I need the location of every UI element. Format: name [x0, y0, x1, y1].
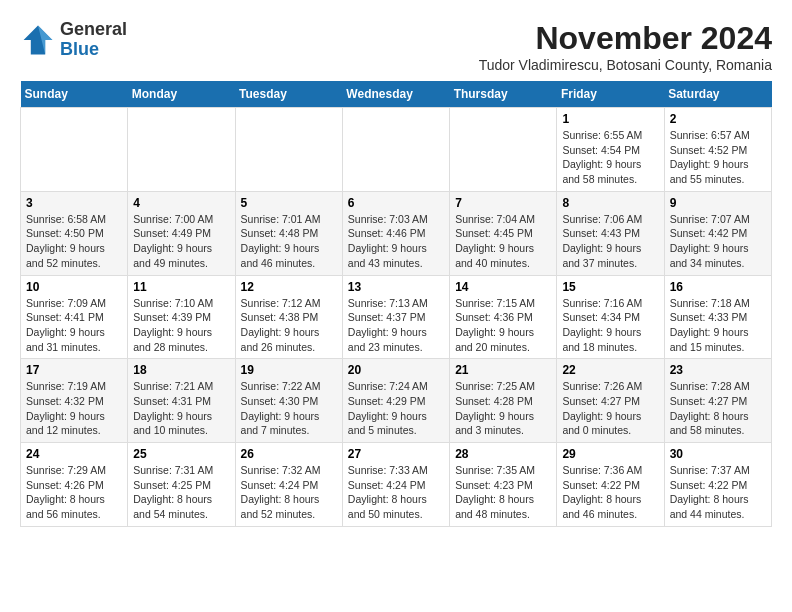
day-number: 1 — [562, 112, 658, 126]
day-number: 25 — [133, 447, 229, 461]
day-number: 30 — [670, 447, 766, 461]
calendar-day-cell: 24Sunrise: 7:29 AM Sunset: 4:26 PM Dayli… — [21, 443, 128, 527]
calendar-day-cell: 23Sunrise: 7:28 AM Sunset: 4:27 PM Dayli… — [664, 359, 771, 443]
calendar-day-cell: 25Sunrise: 7:31 AM Sunset: 4:25 PM Dayli… — [128, 443, 235, 527]
calendar-day-cell: 29Sunrise: 7:36 AM Sunset: 4:22 PM Dayli… — [557, 443, 664, 527]
day-number: 11 — [133, 280, 229, 294]
day-number: 5 — [241, 196, 337, 210]
day-info: Sunrise: 7:32 AM Sunset: 4:24 PM Dayligh… — [241, 463, 337, 522]
month-year-title: November 2024 — [479, 20, 772, 57]
calendar-day-cell: 17Sunrise: 7:19 AM Sunset: 4:32 PM Dayli… — [21, 359, 128, 443]
day-info: Sunrise: 7:01 AM Sunset: 4:48 PM Dayligh… — [241, 212, 337, 271]
day-info: Sunrise: 7:09 AM Sunset: 4:41 PM Dayligh… — [26, 296, 122, 355]
calendar-day-cell: 2Sunrise: 6:57 AM Sunset: 4:52 PM Daylig… — [664, 108, 771, 192]
day-number: 14 — [455, 280, 551, 294]
empty-cell — [450, 108, 557, 192]
calendar-day-cell: 27Sunrise: 7:33 AM Sunset: 4:24 PM Dayli… — [342, 443, 449, 527]
calendar-day-cell: 15Sunrise: 7:16 AM Sunset: 4:34 PM Dayli… — [557, 275, 664, 359]
day-number: 3 — [26, 196, 122, 210]
calendar-day-cell: 28Sunrise: 7:35 AM Sunset: 4:23 PM Dayli… — [450, 443, 557, 527]
calendar-day-cell: 5Sunrise: 7:01 AM Sunset: 4:48 PM Daylig… — [235, 191, 342, 275]
day-info: Sunrise: 7:29 AM Sunset: 4:26 PM Dayligh… — [26, 463, 122, 522]
title-block: November 2024 Tudor Vladimirescu, Botosa… — [479, 20, 772, 73]
logo: General Blue — [20, 20, 127, 60]
calendar-day-cell: 6Sunrise: 7:03 AM Sunset: 4:46 PM Daylig… — [342, 191, 449, 275]
day-info: Sunrise: 7:00 AM Sunset: 4:49 PM Dayligh… — [133, 212, 229, 271]
day-number: 18 — [133, 363, 229, 377]
calendar-day-cell: 9Sunrise: 7:07 AM Sunset: 4:42 PM Daylig… — [664, 191, 771, 275]
empty-cell — [21, 108, 128, 192]
day-info: Sunrise: 6:55 AM Sunset: 4:54 PM Dayligh… — [562, 128, 658, 187]
weekday-header-sunday: Sunday — [21, 81, 128, 108]
calendar-day-cell: 14Sunrise: 7:15 AM Sunset: 4:36 PM Dayli… — [450, 275, 557, 359]
calendar-week-row: 10Sunrise: 7:09 AM Sunset: 4:41 PM Dayli… — [21, 275, 772, 359]
day-number: 23 — [670, 363, 766, 377]
calendar-day-cell: 18Sunrise: 7:21 AM Sunset: 4:31 PM Dayli… — [128, 359, 235, 443]
calendar-day-cell: 1Sunrise: 6:55 AM Sunset: 4:54 PM Daylig… — [557, 108, 664, 192]
calendar-day-cell: 26Sunrise: 7:32 AM Sunset: 4:24 PM Dayli… — [235, 443, 342, 527]
weekday-header-wednesday: Wednesday — [342, 81, 449, 108]
calendar-day-cell: 3Sunrise: 6:58 AM Sunset: 4:50 PM Daylig… — [21, 191, 128, 275]
day-info: Sunrise: 7:36 AM Sunset: 4:22 PM Dayligh… — [562, 463, 658, 522]
day-number: 17 — [26, 363, 122, 377]
weekday-header-thursday: Thursday — [450, 81, 557, 108]
calendar-day-cell: 11Sunrise: 7:10 AM Sunset: 4:39 PM Dayli… — [128, 275, 235, 359]
day-info: Sunrise: 7:16 AM Sunset: 4:34 PM Dayligh… — [562, 296, 658, 355]
empty-cell — [128, 108, 235, 192]
page-header: General Blue November 2024 Tudor Vladimi… — [20, 20, 772, 73]
weekday-header-monday: Monday — [128, 81, 235, 108]
day-info: Sunrise: 7:21 AM Sunset: 4:31 PM Dayligh… — [133, 379, 229, 438]
weekday-header-friday: Friday — [557, 81, 664, 108]
day-info: Sunrise: 6:58 AM Sunset: 4:50 PM Dayligh… — [26, 212, 122, 271]
day-number: 19 — [241, 363, 337, 377]
day-number: 6 — [348, 196, 444, 210]
day-info: Sunrise: 7:15 AM Sunset: 4:36 PM Dayligh… — [455, 296, 551, 355]
calendar-day-cell: 4Sunrise: 7:00 AM Sunset: 4:49 PM Daylig… — [128, 191, 235, 275]
calendar-day-cell: 16Sunrise: 7:18 AM Sunset: 4:33 PM Dayli… — [664, 275, 771, 359]
weekday-header-tuesday: Tuesday — [235, 81, 342, 108]
day-number: 4 — [133, 196, 229, 210]
day-number: 21 — [455, 363, 551, 377]
day-info: Sunrise: 7:31 AM Sunset: 4:25 PM Dayligh… — [133, 463, 229, 522]
day-number: 15 — [562, 280, 658, 294]
day-info: Sunrise: 7:37 AM Sunset: 4:22 PM Dayligh… — [670, 463, 766, 522]
empty-cell — [342, 108, 449, 192]
day-number: 27 — [348, 447, 444, 461]
calendar-day-cell: 13Sunrise: 7:13 AM Sunset: 4:37 PM Dayli… — [342, 275, 449, 359]
day-info: Sunrise: 7:03 AM Sunset: 4:46 PM Dayligh… — [348, 212, 444, 271]
day-info: Sunrise: 7:06 AM Sunset: 4:43 PM Dayligh… — [562, 212, 658, 271]
day-number: 12 — [241, 280, 337, 294]
day-info: Sunrise: 7:33 AM Sunset: 4:24 PM Dayligh… — [348, 463, 444, 522]
day-number: 26 — [241, 447, 337, 461]
day-number: 16 — [670, 280, 766, 294]
day-number: 9 — [670, 196, 766, 210]
calendar-day-cell: 10Sunrise: 7:09 AM Sunset: 4:41 PM Dayli… — [21, 275, 128, 359]
day-number: 10 — [26, 280, 122, 294]
day-number: 20 — [348, 363, 444, 377]
day-info: Sunrise: 7:19 AM Sunset: 4:32 PM Dayligh… — [26, 379, 122, 438]
day-number: 2 — [670, 112, 766, 126]
weekday-header-saturday: Saturday — [664, 81, 771, 108]
day-number: 7 — [455, 196, 551, 210]
calendar-day-cell: 7Sunrise: 7:04 AM Sunset: 4:45 PM Daylig… — [450, 191, 557, 275]
calendar-week-row: 24Sunrise: 7:29 AM Sunset: 4:26 PM Dayli… — [21, 443, 772, 527]
weekday-header-row: SundayMondayTuesdayWednesdayThursdayFrid… — [21, 81, 772, 108]
day-info: Sunrise: 7:28 AM Sunset: 4:27 PM Dayligh… — [670, 379, 766, 438]
day-number: 24 — [26, 447, 122, 461]
day-info: Sunrise: 6:57 AM Sunset: 4:52 PM Dayligh… — [670, 128, 766, 187]
day-number: 29 — [562, 447, 658, 461]
empty-cell — [235, 108, 342, 192]
calendar-day-cell: 19Sunrise: 7:22 AM Sunset: 4:30 PM Dayli… — [235, 359, 342, 443]
day-info: Sunrise: 7:35 AM Sunset: 4:23 PM Dayligh… — [455, 463, 551, 522]
calendar-day-cell: 8Sunrise: 7:06 AM Sunset: 4:43 PM Daylig… — [557, 191, 664, 275]
day-info: Sunrise: 7:24 AM Sunset: 4:29 PM Dayligh… — [348, 379, 444, 438]
day-info: Sunrise: 7:22 AM Sunset: 4:30 PM Dayligh… — [241, 379, 337, 438]
day-info: Sunrise: 7:25 AM Sunset: 4:28 PM Dayligh… — [455, 379, 551, 438]
calendar-week-row: 1Sunrise: 6:55 AM Sunset: 4:54 PM Daylig… — [21, 108, 772, 192]
calendar-week-row: 3Sunrise: 6:58 AM Sunset: 4:50 PM Daylig… — [21, 191, 772, 275]
calendar-week-row: 17Sunrise: 7:19 AM Sunset: 4:32 PM Dayli… — [21, 359, 772, 443]
logo-general-text: General — [60, 20, 127, 40]
day-info: Sunrise: 7:18 AM Sunset: 4:33 PM Dayligh… — [670, 296, 766, 355]
location-subtitle: Tudor Vladimirescu, Botosani County, Rom… — [479, 57, 772, 73]
calendar-table: SundayMondayTuesdayWednesdayThursdayFrid… — [20, 81, 772, 527]
